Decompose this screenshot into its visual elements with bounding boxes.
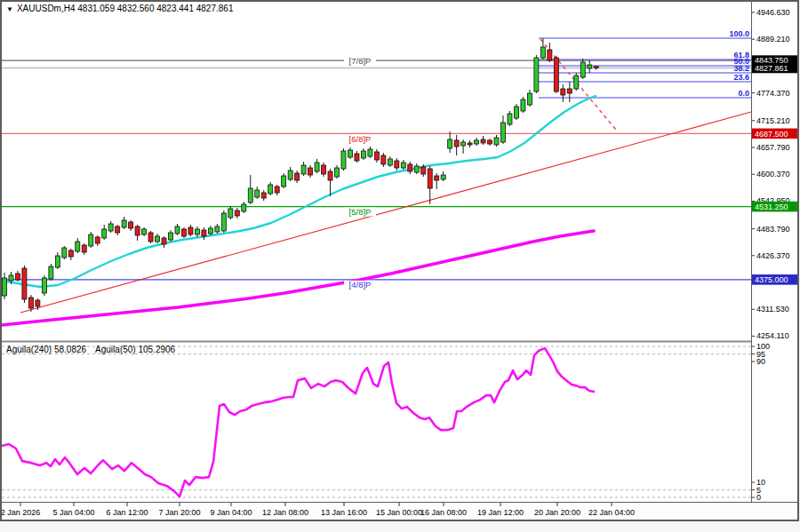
chart-canvas[interactable]: [7/8]P[6/8]P[5/8]P[4/8]P100.061.850.038.… (0, 0, 800, 532)
candle-bull (9, 275, 13, 281)
candle-bear (561, 89, 565, 95)
candle-bear (395, 161, 399, 168)
candle-bull (514, 107, 518, 118)
date-axis-label: 16 Jan 08:00 (420, 508, 467, 517)
candle-bear (355, 154, 359, 161)
candle-bear (202, 230, 206, 236)
candle-bear (22, 268, 27, 299)
candle-bull (288, 171, 292, 179)
candle-bull (361, 151, 365, 158)
candle-bear (428, 169, 432, 188)
candle-bear (295, 173, 300, 180)
symbol-dropdown-icon[interactable]: ▼ (6, 5, 13, 13)
panels-bg (2, 2, 798, 502)
price-axis-label: 4311.530 (756, 305, 789, 314)
candle-bull (242, 204, 246, 211)
candle-bear (235, 210, 239, 216)
candle-bull (3, 278, 7, 296)
candle-bull (341, 151, 346, 169)
candle-bull (62, 248, 67, 258)
candle-bull (401, 163, 405, 168)
indicator-label-aguila50: Aguila(50) 105.2906 (95, 345, 175, 354)
candle-bull (102, 229, 107, 238)
candle-bull (388, 159, 392, 165)
oscillator-axis-label: 0 (756, 493, 761, 502)
price-axis-label: 4254.110 (756, 331, 789, 340)
candle-bear (82, 245, 86, 252)
candle-bull (414, 166, 419, 172)
candle-bear (68, 250, 73, 257)
candle-bear (328, 171, 332, 180)
candle-bull (534, 58, 539, 91)
candle-bull (521, 99, 525, 111)
candle-bear (381, 155, 386, 164)
indicator-label-aguila240: Aguila(240) 58.0826 (6, 345, 86, 354)
price-axis-label: 4774.370 (756, 89, 790, 98)
candle-bull (301, 165, 306, 174)
candle-bull (49, 266, 53, 279)
oscillator-axis-label: 90 (756, 357, 765, 366)
candle-bear (188, 227, 193, 234)
date-axis-label: 6 Jan 12:00 (106, 508, 148, 517)
candle-bull (76, 242, 80, 251)
candle-bull (574, 75, 579, 89)
candle-bull (175, 226, 180, 234)
candle-bull (89, 234, 93, 246)
candle-bull (448, 139, 452, 148)
candle-bull (461, 142, 466, 146)
candle-bull (55, 256, 60, 267)
candle-bear (421, 167, 426, 174)
candle-bull (268, 185, 273, 194)
candle-bear (308, 168, 313, 175)
fib-level-label: 38.2 (733, 64, 749, 73)
candle-bear (481, 139, 485, 143)
candle-bear (554, 58, 558, 91)
candle-bear (15, 274, 20, 280)
candle-bull (348, 150, 352, 157)
candle-bull (122, 220, 126, 227)
fib-level-label: 0.0 (738, 89, 749, 98)
date-axis-label: 22 Jan 04:00 (588, 508, 635, 517)
price-axis-box-label: 4687.500 (755, 130, 788, 139)
candle-bear (116, 226, 120, 233)
candle-bear (435, 176, 439, 180)
candle-bull (248, 188, 252, 202)
candle-bull (368, 149, 372, 156)
candle-bull (282, 176, 286, 187)
candle-bear (129, 222, 133, 228)
price-axis-box-label: 4531.250 (755, 202, 788, 211)
price-axis-label: 4946.630 (756, 8, 790, 17)
candle-bull (335, 168, 340, 177)
date-axis-label: 19 Jan 12:00 (477, 508, 524, 517)
date-axis-label: 9 Jan 04:00 (210, 508, 252, 517)
murrey-label: [7/8]P (349, 56, 372, 66)
candle-bear (468, 143, 472, 145)
chart-window: [7/8]P[6/8]P[5/8]P[4/8]P100.061.850.038.… (0, 0, 800, 532)
candle-bear (408, 164, 412, 171)
candle-bear (181, 229, 186, 236)
candle-bull (527, 93, 532, 105)
candle-bear (275, 187, 279, 193)
candle-bear (322, 165, 326, 174)
price-axis-label: 4600.370 (756, 170, 790, 179)
candle-bull (228, 209, 233, 218)
candle-bear (548, 50, 552, 60)
date-axis-label: 12 Jan 08:00 (262, 508, 308, 517)
candle-bull (208, 228, 212, 234)
candle-bear (95, 237, 100, 243)
candle-bear (567, 89, 572, 93)
candle-bull (169, 233, 173, 240)
candle-bear (28, 298, 33, 308)
candle-bull (588, 65, 592, 68)
indicator-label: Aguila(240) 58.0826Aguila(50) 105.2906 (6, 345, 175, 354)
candle-bear (488, 140, 492, 144)
price-axis-label: 4715.210 (756, 116, 790, 125)
fib-level-label: 100.0 (729, 29, 749, 38)
candle-bear (135, 226, 140, 235)
candle-bear (594, 67, 598, 68)
price-axis-label: 4483.790 (756, 225, 790, 234)
candle-bull (508, 114, 512, 124)
price-axis-label: 4889.210 (756, 35, 790, 44)
candle-bear (36, 300, 40, 306)
chart-title: ▼XAUUSDm,H4 4831.059 4832.560 4823.441 4… (6, 4, 233, 13)
